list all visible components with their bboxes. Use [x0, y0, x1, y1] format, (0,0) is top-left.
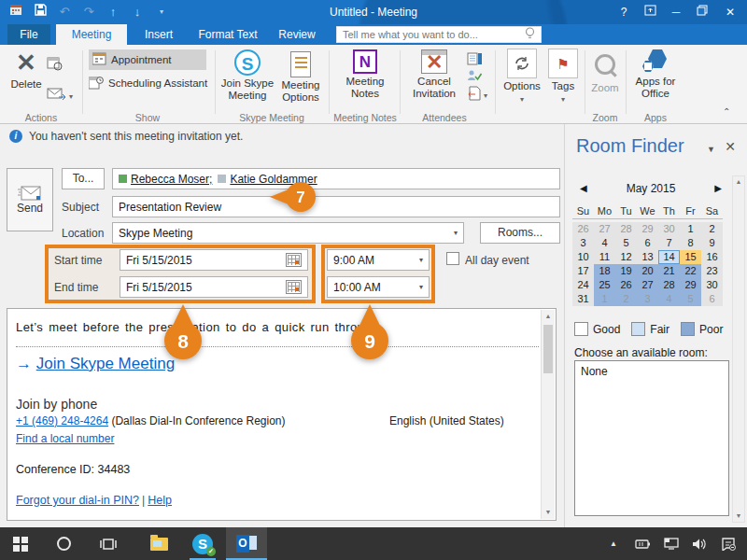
calendar-day[interactable]: 28 — [658, 278, 680, 292]
calendar-day[interactable]: 15 — [680, 250, 701, 264]
cancel-invitation-button[interactable]: ✕ Cancel Invitation — [405, 49, 463, 100]
ribbon-display-options-icon[interactable] — [637, 0, 663, 24]
calendar-day[interactable]: 31 — [572, 292, 594, 306]
start-date-picker-icon[interactable] — [286, 253, 302, 267]
cortana-button[interactable] — [49, 527, 78, 560]
zoom-button[interactable]: Zoom — [588, 51, 622, 94]
scheduling-assistant-button[interactable]: Scheduling Assistant — [89, 73, 207, 93]
forward-dropdown-caret[interactable]: ▾ — [69, 92, 73, 101]
tab-review[interactable]: Review — [271, 24, 323, 45]
options-button[interactable]: Options ▾ — [502, 49, 542, 105]
room-finder-scrollbar[interactable]: ▲ ▼ — [732, 175, 745, 523]
tags-button[interactable]: ⚑ Tags ▾ — [547, 49, 579, 105]
location-dropdown-caret[interactable]: ▾ — [454, 229, 458, 237]
collapse-ribbon-icon[interactable]: ⌃ — [723, 106, 730, 117]
hidden-icons-button[interactable]: ▲ — [602, 527, 625, 560]
skype-taskbar-button[interactable]: S✓ — [185, 527, 220, 560]
calendar-day[interactable]: 12 — [615, 250, 637, 264]
calendar-day[interactable]: 3 — [637, 292, 658, 306]
scroll-down-icon[interactable]: ▼ — [542, 506, 555, 519]
tell-me-search-input[interactable]: Tell me what you want to do... — [336, 26, 542, 43]
calendar-day[interactable]: 13 — [637, 250, 658, 264]
calendar-day[interactable]: 28 — [615, 222, 637, 236]
join-skype-meeting-button[interactable]: S Join Skype Meeting — [220, 49, 275, 102]
to-field[interactable]: Rebecca Moser;Katie Goldammer — [112, 168, 560, 189]
volume-tray-icon[interactable] — [687, 527, 712, 560]
calendar-day[interactable]: 16 — [701, 250, 723, 264]
help-icon[interactable]: ? — [611, 0, 637, 24]
task-view-button[interactable] — [92, 527, 125, 560]
network-tray-icon[interactable] — [659, 527, 684, 560]
calendar-day[interactable]: 2 — [701, 222, 723, 236]
calendar-day[interactable]: 6 — [701, 292, 723, 306]
calendar-day[interactable]: 5 — [680, 292, 701, 306]
calendar-day[interactable]: 29 — [680, 278, 701, 292]
calendar-day[interactable]: 19 — [615, 264, 637, 278]
calendar-day[interactable]: 23 — [701, 264, 723, 278]
help-link[interactable]: Help — [148, 494, 172, 507]
meeting-notes-button[interactable]: N Meeting Notes — [336, 49, 394, 100]
room-list[interactable]: None — [574, 360, 729, 516]
body-scrollbar[interactable]: ▲ ▼ — [541, 310, 555, 519]
room-list-item[interactable]: None — [575, 361, 728, 378]
calendar-day[interactable]: 4 — [594, 236, 615, 250]
calendar-day[interactable]: 18 — [594, 264, 615, 278]
calendar-day[interactable]: 9 — [701, 236, 723, 250]
restore-icon[interactable] — [689, 0, 715, 24]
rf-scroll-up-icon[interactable]: ▲ — [733, 176, 744, 188]
scroll-thumb[interactable] — [543, 325, 553, 373]
join-skype-meeting-link[interactable]: Join Skype Meeting — [36, 355, 175, 372]
end-time-combobox[interactable]: 10:00 AM ▾ — [327, 276, 430, 298]
start-time-combobox[interactable]: 9:00 AM ▾ — [327, 249, 430, 271]
meeting-options-button[interactable]: Meeting Options — [278, 49, 323, 104]
forward-icon[interactable] — [47, 87, 67, 105]
end-date-picker-icon[interactable] — [286, 280, 302, 294]
calendar-day[interactable]: 6 — [637, 236, 658, 250]
tab-insert[interactable]: Insert — [133, 24, 185, 45]
calendar-day[interactable]: 26 — [615, 278, 637, 292]
calendar-day[interactable]: 30 — [701, 278, 723, 292]
start-button[interactable] — [6, 527, 35, 560]
calendar-day[interactable]: 11 — [594, 250, 615, 264]
apps-for-office-button[interactable]: Apps for Office — [631, 49, 680, 100]
calendar-day[interactable]: 1 — [594, 292, 615, 306]
appointment-button[interactable]: Appointment — [89, 49, 206, 70]
minimize-icon[interactable]: ─ — [663, 0, 689, 24]
forgot-pin-link[interactable]: Forgot your dial-in PIN? — [16, 494, 139, 507]
file-explorer-button[interactable] — [142, 527, 176, 560]
room-finder-menu-caret[interactable]: ▼ — [707, 145, 715, 154]
calendar-day[interactable]: 27 — [637, 278, 658, 292]
calendar-day[interactable]: 2 — [615, 292, 637, 306]
send-button[interactable]: Send — [7, 168, 53, 231]
recipient-link[interactable]: Rebecca Moser; — [131, 173, 212, 186]
start-time-caret[interactable]: ▾ — [419, 256, 423, 264]
subject-field[interactable]: Presentation Review — [112, 196, 560, 217]
delete-button[interactable]: ✕ Delete — [6, 49, 47, 91]
calendar-day[interactable]: 14 — [658, 250, 680, 264]
copy-to-calendar-icon[interactable] — [47, 56, 63, 75]
calendar-day[interactable]: 29 — [637, 222, 658, 236]
rf-scroll-down-icon[interactable]: ▼ — [733, 511, 744, 522]
attendee-status-icon[interactable] — [467, 69, 482, 86]
calendar-day[interactable]: 30 — [658, 222, 680, 236]
calendar-day[interactable]: 26 — [572, 222, 594, 236]
calendar-day[interactable]: 1 — [680, 222, 701, 236]
calendar-day[interactable]: 21 — [658, 264, 680, 278]
calendar-day[interactable]: 24 — [572, 278, 594, 292]
start-date-field[interactable]: Fri 5/15/2015 — [120, 249, 308, 271]
tab-file[interactable]: File — [7, 24, 50, 45]
scroll-up-icon[interactable]: ▲ — [542, 310, 555, 323]
outlook-taskbar-button[interactable]: O — [226, 527, 267, 560]
phone-number-link[interactable]: +1 (469) 248-4264 — [16, 414, 108, 427]
room-finder-close-icon[interactable]: ✕ — [725, 139, 736, 154]
tab-meeting[interactable]: Meeting — [56, 24, 127, 45]
calendar-day[interactable]: 17 — [572, 264, 594, 278]
calendar-day[interactable]: 7 — [658, 236, 680, 250]
calendar-day[interactable]: 22 — [680, 264, 701, 278]
to-button[interactable]: To... — [62, 168, 105, 189]
tab-format-text[interactable]: Format Text — [190, 24, 265, 45]
calendar-day[interactable]: 20 — [637, 264, 658, 278]
response-options-caret[interactable]: ▾ — [484, 91, 487, 100]
calendar-day[interactable]: 10 — [572, 250, 594, 264]
response-options-icon[interactable] — [467, 86, 481, 105]
